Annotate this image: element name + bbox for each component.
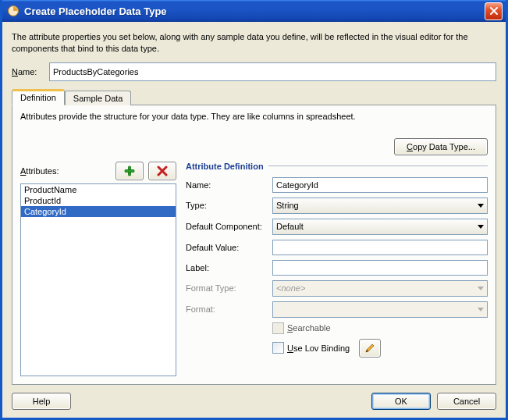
attr-type-value: String [276,201,299,210]
searchable-label: Searchable [287,323,331,333]
format-type-label: Format Type: [186,283,268,293]
format-type-value: <none> [276,283,305,293]
format-label: Format: [186,304,268,314]
copy-row: Copy Data Type... [20,138,488,155]
window-title: Create Placeholder Data Type [24,5,485,17]
two-column-area: Attributes: [20,162,488,376]
attributes-column: Attributes: [20,162,176,376]
name-row: Name: [12,62,496,81]
name-input[interactable] [49,62,496,81]
default-component-dropdown[interactable]: Default [272,219,488,235]
list-item[interactable]: ProductId [21,195,176,206]
attr-name-label: Name: [186,180,268,190]
cancel-button[interactable]: Cancel [437,393,496,410]
chevron-down-icon [478,204,484,208]
searchable-checkbox [272,322,284,334]
edit-lov-button[interactable] [359,339,381,358]
chevron-down-icon [478,308,484,311]
plus-icon [124,166,135,176]
format-type-dropdown: <none> [272,280,488,297]
help-button[interactable]: Help [12,393,71,410]
label-input[interactable] [272,260,488,276]
dialog-window: Create Placeholder Data Type The attribu… [0,0,508,420]
attr-name-input[interactable] [272,177,488,193]
label-label: Label: [186,263,268,272]
copy-data-type-button[interactable]: Copy Data Type... [394,138,488,155]
tab-strip: Definition Sample Data [12,89,496,105]
lov-binding-row: Use Lov Binding [272,339,488,358]
tab-description: Attributes provide the structure for you… [20,112,488,121]
definition-form: Name: Type: String Default Component: De… [186,177,488,358]
chevron-down-icon [478,287,484,290]
lov-binding-checkbox[interactable] [272,342,284,354]
chevron-down-icon [478,225,484,229]
x-icon [157,166,168,176]
attr-type-label: Type: [186,201,268,210]
app-icon [7,5,20,17]
default-value-input[interactable] [272,240,488,255]
list-item[interactable]: ProductName [21,184,176,195]
close-icon [489,6,499,16]
default-value-label: Default Value: [186,243,268,252]
default-component-label: Default Component: [186,222,268,231]
attr-type-dropdown[interactable]: String [272,198,488,214]
attributes-header: Attributes: [20,162,176,180]
searchable-row: Searchable [272,322,488,334]
add-attribute-button[interactable] [115,162,144,180]
tab-definition[interactable]: Definition [12,89,65,105]
format-dropdown [272,301,488,318]
svg-rect-3 [125,169,134,172]
title-bar: Create Placeholder Data Type [2,0,506,22]
attribute-definition-heading: Attribute Definition [186,162,488,171]
close-button[interactable] [485,2,503,20]
attributes-label: Attributes: [20,166,59,176]
remove-attribute-button[interactable] [148,162,176,180]
ok-button[interactable]: OK [371,393,431,410]
lov-binding-label: Use Lov Binding [287,343,350,353]
attributes-list[interactable]: ProductName ProductId CategoryId [20,183,176,376]
name-label: Name: [12,67,49,77]
list-item[interactable]: CategoryId [21,206,176,217]
client-area: The attribute properties you set below, … [2,22,506,418]
definition-column: Attribute Definition Name: Type: String … [186,162,488,376]
tab-panel-definition: Attributes provide the structure for you… [12,105,496,385]
default-component-value: Default [276,222,304,231]
pencil-icon [364,343,375,354]
dialog-footer: Help OK Cancel [12,385,496,410]
intro-text: The attribute properties you set below, … [12,31,496,55]
tab-sample-data[interactable]: Sample Data [65,91,132,105]
